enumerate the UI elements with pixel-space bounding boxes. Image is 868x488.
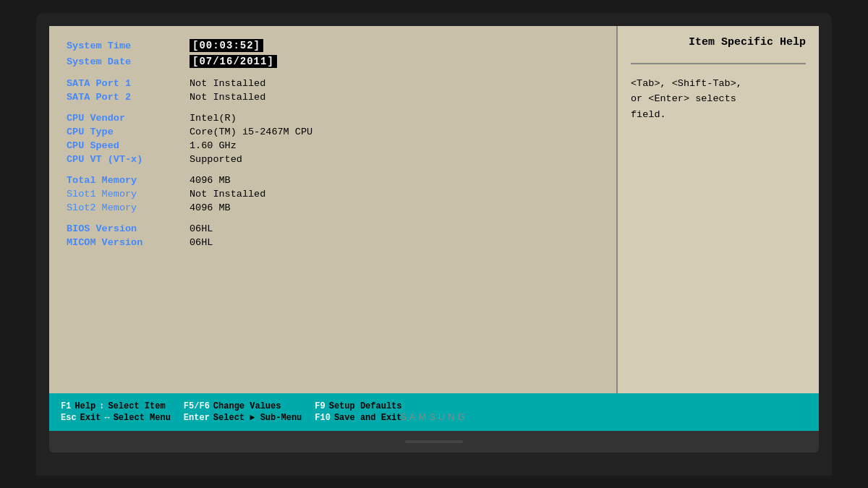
esc-key: Esc (61, 413, 77, 423)
bios-screen: System Time [00:03:52] System Date [07/1… (49, 26, 819, 431)
slot2-mem-label: Slot2 Memory (67, 202, 190, 213)
bios-right-panel: Item Specific Help <Tab>, <Shift-Tab>,or… (616, 26, 819, 393)
cpu-speed-label: CPU Speed (67, 140, 190, 151)
slot1-mem-row: Slot1 Memory Not Installed (67, 189, 599, 200)
cpu-type-value: Core(TM) i5-2467M CPU (190, 127, 312, 137)
cpu-type-label: CPU Type (67, 127, 190, 137)
footer-f5f6-line: F5/F6 Change Values (184, 401, 302, 411)
footer-col-3: F9 Setup Defaults F10 Save and Exit (315, 401, 401, 423)
f10-key: F10 (315, 413, 331, 423)
footer-f9-line: F9 Setup Defaults (315, 401, 401, 411)
sata1-value: Not Installed (190, 78, 265, 89)
f5f6-key: F5/F6 (184, 401, 210, 411)
system-time-value[interactable]: [00:03:52] (190, 39, 263, 52)
laptop-frame: System Time [00:03:52] System Date [07/1… (36, 13, 832, 476)
bios-left-panel: System Time [00:03:52] System Date [07/1… (49, 26, 616, 393)
sata1-label: SATA Port 1 (67, 78, 190, 89)
bios-ver-row: BIOS Version 06HL (67, 223, 599, 234)
cpu-vendor-label: CPU Vendor (67, 113, 190, 124)
sata2-label: SATA Port 2 (67, 92, 190, 103)
slot2-mem-value: 4096 MB (190, 202, 231, 213)
system-date-label: System Date (67, 56, 190, 67)
bios-ver-value: 06HL (190, 223, 213, 234)
cpu-vt-label: CPU VT (VT-x) (67, 154, 190, 165)
slot1-mem-value: Not Installed (190, 189, 265, 200)
help-divider (631, 63, 806, 64)
cpu-vendor-value: Intel(R) (190, 113, 237, 124)
f9-desc: Setup Defaults (329, 401, 402, 411)
micom-ver-label: MICOM Version (67, 237, 190, 248)
cpu-type-row: CPU Type Core(TM) i5-2467M CPU (67, 127, 599, 137)
samsung-brand: SAMSUNG (400, 411, 468, 422)
f5f6-desc: Change Values (213, 401, 281, 411)
system-date-row: System Date [07/16/2011] (67, 55, 599, 68)
footer-col-2: F5/F6 Change Values Enter Select ► Sub-M… (184, 401, 302, 423)
help-text: <Tab>, <Shift-Tab>,or <Enter> selectsfie… (631, 76, 806, 123)
system-date-value[interactable]: [07/16/2011] (190, 55, 277, 68)
f9-key: F9 (315, 401, 325, 411)
footer-esc-line: Esc Exit ↔ Select Menu (61, 413, 171, 423)
total-mem-row: Total Memory 4096 MB (67, 175, 599, 186)
sata2-row: SATA Port 2 Not Installed (67, 92, 599, 103)
leftright-icon: ↔ (104, 413, 109, 423)
enter-desc: Select ► Sub-Menu (213, 413, 302, 423)
laptop-bottom (49, 431, 819, 453)
cpu-vt-value: Supported (190, 154, 242, 165)
system-time-row: System Time [00:03:52] (67, 39, 599, 52)
slot1-mem-label: Slot1 Memory (67, 189, 190, 200)
bios-ver-label: BIOS Version (67, 223, 190, 234)
enter-key: Enter (184, 413, 210, 423)
footer-enter-line: Enter Select ► Sub-Menu (184, 413, 302, 423)
bios-main-area: System Time [00:03:52] System Date [07/1… (49, 26, 819, 393)
cpu-speed-row: CPU Speed 1.60 GHz (67, 140, 599, 151)
f10-desc: Save and Exit (334, 413, 402, 423)
trackpad-notch (405, 440, 463, 443)
f1-key: F1 (61, 401, 71, 411)
screen: System Time [00:03:52] System Date [07/1… (49, 26, 819, 431)
cpu-vt-row: CPU VT (VT-x) Supported (67, 154, 599, 165)
footer-col-1: F1 Help ↕ Select Item Esc Exit ↔ Select … (61, 401, 171, 423)
footer-f1-line: F1 Help ↕ Select Item (61, 401, 171, 411)
cpu-vendor-row: CPU Vendor Intel(R) (67, 113, 599, 124)
total-mem-value: 4096 MB (190, 175, 231, 186)
footer-f10-line: F10 Save and Exit (315, 413, 401, 423)
help-title: Item Specific Help (631, 36, 806, 48)
f1-desc: Help (75, 401, 95, 411)
micom-ver-value: 06HL (190, 237, 213, 248)
esc-desc: Exit (80, 413, 101, 423)
total-mem-label: Total Memory (67, 175, 190, 186)
updown-icon: ↕ (99, 401, 104, 411)
select-item-desc: Select Item (108, 401, 165, 411)
select-menu-desc: Select Menu (114, 413, 171, 423)
sata1-row: SATA Port 1 Not Installed (67, 78, 599, 89)
sata2-value: Not Installed (190, 92, 265, 103)
selects-text: selects (695, 93, 736, 104)
cpu-speed-value: 1.60 GHz (190, 140, 237, 151)
micom-ver-row: MICOM Version 06HL (67, 237, 599, 248)
slot2-mem-row: Slot2 Memory 4096 MB (67, 202, 599, 213)
system-time-label: System Time (67, 40, 190, 51)
